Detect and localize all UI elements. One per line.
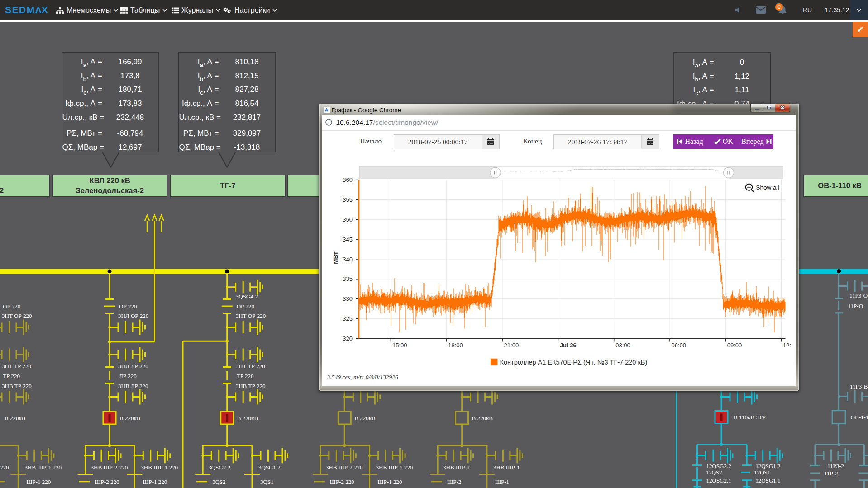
svg-text:11Р3-В: 11Р3-В (850, 383, 868, 390)
svg-text:06:00: 06:00 (671, 341, 686, 348)
svg-text:3QS2: 3QS2 (212, 479, 226, 485)
svg-text:12QSG2.2: 12QSG2.2 (706, 463, 731, 469)
svg-text:ШР-2 220: ШР-2 220 (330, 479, 354, 485)
svg-text:Show all: Show all (756, 184, 779, 190)
svg-text:3QSG4.2: 3QSG4.2 (236, 293, 258, 300)
svg-text:340: 340 (343, 256, 353, 262)
svg-text:3НВ ШР-2: 3НВ ШР-2 (443, 464, 470, 471)
svg-text:ОР 220: ОР 220 (3, 303, 20, 310)
svg-text:11Р3-2: 11Р3-2 (827, 463, 844, 469)
svg-text:3НТ ОР 220: 3НТ ОР 220 (236, 313, 266, 319)
svg-text:12:: 12: (783, 341, 791, 348)
svg-text:11Р3-О: 11Р3-О (849, 292, 868, 299)
svg-text:03:00: 03:00 (615, 341, 630, 348)
svg-text:12QSG1.1: 12QSG1.1 (755, 477, 780, 484)
svg-text:ШР-2: ШР-2 (447, 479, 461, 485)
svg-text:335: 335 (343, 275, 353, 282)
svg-text:320: 320 (343, 335, 353, 341)
svg-text:3НВ ШР-2 220: 3НВ ШР-2 220 (326, 464, 363, 471)
svg-text:3НВ ЛР 220: 3НВ ЛР 220 (118, 383, 148, 389)
svg-text:3QSG1.2: 3QSG1.2 (258, 464, 281, 471)
svg-text:3НЛ ОР 220: 3НЛ ОР 220 (118, 313, 148, 319)
svg-text:ЛР 220: ЛР 220 (119, 373, 137, 379)
svg-text:3НВ ШР-1 220: 3НВ ШР-1 220 (376, 464, 413, 471)
svg-text:ШР-2 220: ШР-2 220 (95, 479, 119, 485)
svg-text:В 220кВ: В 220кВ (354, 415, 376, 422)
svg-text:ОВ-1-110: ОВ-1-110 (851, 414, 868, 421)
svg-text:12QSG1.2: 12QSG1.2 (755, 463, 780, 469)
svg-text:345: 345 (343, 236, 353, 242)
svg-text:3НВ ТР 220: 3НВ ТР 220 (2, 383, 32, 389)
svg-text:330: 330 (343, 295, 353, 302)
svg-text:ТР 220: ТР 220 (237, 373, 254, 379)
svg-text:12QSG2.1: 12QSG2.1 (706, 477, 731, 484)
svg-text:12QS2: 12QS2 (706, 469, 722, 476)
svg-text:В 110кВ 3ТР: В 110кВ 3ТР (734, 414, 766, 421)
svg-text:355: 355 (343, 196, 353, 203)
svg-text:3НТ ТР 220: 3НТ ТР 220 (2, 363, 31, 370)
svg-text:3НВ ШР-1: 3НВ ШР-1 (493, 464, 520, 471)
svg-text:В 220кВ: В 220кВ (119, 415, 141, 422)
svg-text:В 220кВ: В 220кВ (472, 415, 493, 422)
svg-text:15:00: 15:00 (392, 341, 407, 348)
svg-text:Jul 26: Jul 26 (559, 341, 576, 348)
svg-text:ТР 220: ТР 220 (3, 373, 20, 379)
svg-text:ШР-1 220: ШР-1 220 (26, 479, 51, 485)
svg-text:18:00: 18:00 (448, 341, 463, 348)
svg-text:В 220кВ: В 220кВ (5, 415, 26, 422)
svg-text:3НВ ШР-2 220: 3НВ ШР-2 220 (91, 464, 128, 471)
svg-text:В 220кВ: В 220кВ (237, 415, 258, 422)
svg-text:ШР-1: ШР-1 (495, 479, 509, 485)
svg-text:220: 220 (0, 464, 9, 471)
svg-text:ОР 220: ОР 220 (237, 303, 254, 310)
svg-text:ОР 220: ОР 220 (119, 303, 137, 310)
svg-text:3QS1: 3QS1 (260, 479, 274, 485)
svg-text:11Р-О: 11Р-О (848, 303, 863, 309)
svg-text:11Р-2: 11Р-2 (824, 470, 838, 477)
svg-text:ШР-1 220: ШР-1 220 (378, 479, 402, 485)
svg-text:МВт: МВт (332, 251, 339, 264)
svg-text:3НЛ ЛР 220: 3НЛ ЛР 220 (118, 363, 148, 370)
svg-text:ШР-1 220: ШР-1 220 (143, 479, 167, 485)
svg-text:3НВ ШР-1 220: 3НВ ШР-1 220 (141, 464, 178, 471)
svg-text:12QS1: 12QS1 (754, 469, 770, 476)
svg-text:21:00: 21:00 (504, 341, 519, 348)
svg-text:360: 360 (343, 176, 353, 183)
svg-text:3НВ ШР-1 220: 3НВ ШР-1 220 (24, 464, 62, 471)
svg-text:350: 350 (343, 216, 353, 223)
svg-text:3НТ ОР 220: 3НТ ОР 220 (2, 313, 32, 319)
svg-text:Контроллер А1 ЕК570Е.РΣ (Яч. №: Контроллер А1 ЕК570Е.РΣ (Яч. №3 ТГ-7 220… (500, 358, 647, 365)
svg-text:3QSG2.2: 3QSG2.2 (208, 464, 230, 471)
svg-text:325: 325 (343, 315, 353, 322)
svg-text:09:00: 09:00 (727, 341, 742, 348)
svg-text:3.549 сек, m/r: 0/0/0/132926: 3.549 сек, m/r: 0/0/0/132926 (326, 373, 398, 380)
svg-text:3НВ ТР 220: 3НВ ТР 220 (236, 383, 266, 389)
svg-text:3НТ ТР 220: 3НТ ТР 220 (236, 363, 265, 370)
